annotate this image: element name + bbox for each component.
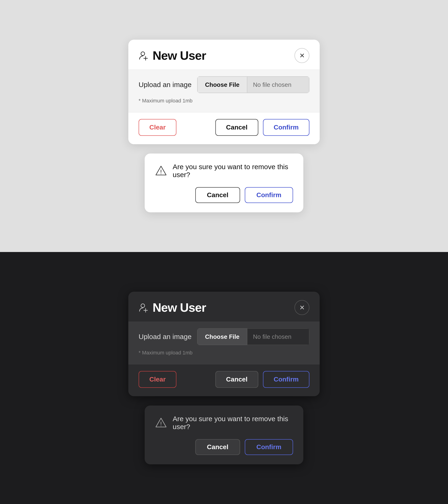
modal-header-left: New User — [139, 49, 206, 63]
confirm-message-row-light: Are you sure you want to remove this use… — [155, 163, 293, 179]
dialog-cancel-button-light[interactable]: Cancel — [195, 187, 240, 203]
confirm-dialog-dark: Are you sure you want to remove this use… — [145, 406, 303, 464]
modal-body-light: Upload an image Choose File No file chos… — [128, 70, 320, 112]
file-input-wrapper-light: Choose File No file chosen — [197, 76, 309, 93]
dialog-cancel-button-dark[interactable]: Cancel — [195, 439, 240, 455]
dark-theme-section: New User ✕ Upload an image Choose File N… — [0, 252, 448, 504]
confirm-message-text-light: Are you sure you want to remove this use… — [173, 163, 293, 179]
user-add-icon-dark — [139, 302, 149, 313]
modal-title-light: New User — [153, 49, 206, 63]
clear-button-dark[interactable]: Clear — [139, 371, 176, 388]
max-upload-note-dark: * Maximum upload 1mb — [139, 350, 309, 356]
warning-icon-light — [155, 165, 167, 177]
dialog-confirm-button-light[interactable]: Confirm — [245, 187, 293, 203]
confirm-message-text-dark: Are you sure you want to remove this use… — [173, 415, 293, 431]
choose-file-button-light[interactable]: Choose File — [197, 76, 247, 93]
new-user-modal-light: New User ✕ Upload an image Choose File N… — [128, 40, 320, 144]
confirm-message-row-dark: Are you sure you want to remove this use… — [155, 415, 293, 431]
confirm-button-light[interactable]: Confirm — [263, 119, 309, 136]
modal-header-dark: New User ✕ — [128, 292, 320, 322]
upload-label-light: Upload an image — [139, 81, 192, 89]
confirm-footer-light: Cancel Confirm — [155, 187, 293, 203]
close-button-light[interactable]: ✕ — [294, 48, 309, 63]
modal-header-light: New User ✕ — [128, 40, 320, 70]
upload-row-light: Upload an image Choose File No file chos… — [139, 76, 309, 93]
no-file-text-dark: No file chosen — [247, 328, 309, 345]
dialog-confirm-button-dark[interactable]: Confirm — [245, 439, 293, 455]
max-upload-note-light: * Maximum upload 1mb — [139, 98, 309, 104]
svg-point-0 — [141, 52, 145, 55]
warning-icon-dark — [155, 417, 167, 429]
svg-point-5 — [161, 174, 161, 174]
cancel-button-light[interactable]: Cancel — [215, 119, 258, 136]
modal-footer-light: Clear Cancel Confirm — [128, 112, 320, 144]
no-file-text-light: No file chosen — [247, 76, 309, 93]
svg-point-6 — [141, 304, 145, 307]
clear-button-light[interactable]: Clear — [139, 119, 176, 136]
new-user-modal-dark: New User ✕ Upload an image Choose File N… — [128, 292, 320, 396]
confirm-footer-dark: Cancel Confirm — [155, 439, 293, 455]
footer-right-dark: Cancel Confirm — [215, 371, 309, 388]
modal-header-left-dark: New User — [139, 301, 206, 315]
user-add-icon — [139, 50, 149, 61]
cancel-button-dark[interactable]: Cancel — [215, 371, 258, 388]
choose-file-button-dark[interactable]: Choose File — [197, 328, 247, 345]
upload-label-dark: Upload an image — [139, 333, 192, 341]
close-button-dark[interactable]: ✕ — [294, 300, 309, 315]
light-theme-section: New User ✕ Upload an image Choose File N… — [0, 0, 448, 252]
svg-point-11 — [161, 426, 161, 426]
file-input-wrapper-dark: Choose File No file chosen — [197, 328, 309, 345]
modal-body-dark: Upload an image Choose File No file chos… — [128, 322, 320, 364]
modal-footer-dark: Clear Cancel Confirm — [128, 364, 320, 396]
upload-row-dark: Upload an image Choose File No file chos… — [139, 328, 309, 345]
modal-title-dark: New User — [153, 301, 206, 315]
confirm-dialog-light: Are you sure you want to remove this use… — [145, 154, 303, 212]
confirm-button-dark[interactable]: Confirm — [263, 371, 309, 388]
footer-right-light: Cancel Confirm — [215, 119, 309, 136]
